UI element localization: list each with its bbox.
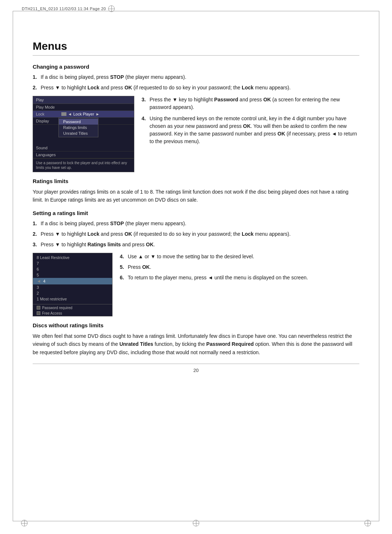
two-col-section: Play Play Mode Lock ◄ Lock Player ► [33,96,359,172]
menu-screenshot: Play Play Mode Lock ◄ Lock Player ► [33,96,134,172]
unrated-titles-bold: Unrated Titles [119,341,153,347]
list-item: 3. Press the ▼ key to highlight Password… [142,96,359,111]
steps-list-ratings: 4. Use ▲ or ▼ to move the setting bar to… [120,253,359,282]
menu-row-lock: Lock ◄ Lock Player ► [33,111,134,118]
step-number: 2. [33,230,41,238]
ratings-limits-bold: Ratings limits [87,242,121,247]
page-number: 20 [193,368,199,373]
list-item: 1. If a disc is being played, press STOP… [33,220,359,227]
ratings-option-free: Free Access [33,311,112,316]
step-content: Press ▼ to highlight Lock and press OK (… [41,230,359,238]
step-number: 1. [33,220,41,227]
password-bold: Password [214,97,238,102]
reg-mark-bottom-right [362,520,373,527]
page-title: Menus [33,22,359,52]
step-number: 5. [120,263,128,271]
list-item: 1. If a disc is being played, press STOP… [33,73,359,81]
menu-label: Play Mode [36,105,61,109]
ok-bold: OK [142,264,150,270]
menu-row-languages: Languages [33,151,134,158]
submenu: Password Ratings limits Unrated Titles [58,118,98,137]
ratings-item-8: 8 Least Restrictive [33,255,112,260]
lock-bold: Lock [87,231,99,237]
step-number: 4. [142,115,150,145]
two-col-ratings-section: 8 Least Restrictive 7 6 5 ◄4 3 2 1 Most … [33,253,359,316]
ratings-item-3: 3 [33,284,112,290]
ratings-list: 8 Least Restrictive 7 6 5 ◄4 3 2 1 Most … [33,253,112,303]
ok-bold2: OK [278,131,285,137]
changing-password-list: 1. If a disc is being played, press STOP… [33,73,359,92]
menu-row-sound: Sound [33,145,134,151]
ratings-option-password: Password required [33,305,112,311]
ratings-divider [33,304,112,304]
ratings-item-6: 6 [33,266,112,272]
list-item: 2. Press ▼ to highlight Lock and press O… [33,84,359,92]
header-bar: DTH211_EN_0210 11/02/03 11:34 Page 20 [0,0,392,15]
submenu-item-unrated: Unrated Titles [59,130,98,136]
step-content: Press OK. [128,263,359,271]
list-item: 3. Press ▼ to highlight Ratings limits a… [33,241,359,248]
section-heading-ratings-limits: Ratings limits [33,178,359,184]
ok-bold: OK [146,242,154,247]
menu-label: Sound [36,146,61,150]
checkbox-free [37,311,40,315]
ratings-item-4: ◄4 [33,278,112,284]
page-footer: 20 [33,364,359,380]
lock-bold: Lock [87,85,99,90]
list-item: 4. Use ▲ or ▼ to move the setting bar to… [120,253,359,260]
ok-bold: OK [124,85,132,90]
folder-icon [61,112,66,116]
arrow-left: ◄ [68,112,72,116]
menu-label: Languages [36,153,61,157]
list-item: 4. Using the numbered keys on the remote… [142,115,359,145]
checkbox-password [37,306,40,310]
menu-row-display: Display Password Ratings limits Unrated … [33,118,134,125]
ratings-screenshot: 8 Least Restrictive 7 6 5 ◄4 3 2 1 Most … [33,253,113,316]
lock-value: Lock Player [73,112,94,116]
header-text: DTH211_EN_0210 11/02/03 11:34 Page 20 [22,7,106,11]
ratings-screenshot-col: 8 Least Restrictive 7 6 5 ◄4 3 2 1 Most … [33,253,113,316]
section-heading-discs-without: Discs without ratings limits [33,322,359,328]
steps-col-ratings: 4. Use ▲ or ▼ to move the setting bar to… [120,253,359,286]
setting-ratings-list: 1. If a disc is being played, press STOP… [33,220,359,248]
menu-footer-text: Use a password to lock the player and pu… [33,158,134,172]
step-content: Using the numbered keys on the remote co… [150,115,359,145]
step-number: 6. [120,274,128,282]
ok-bold: OK [243,123,251,129]
content-area: Menus Changing a password 1. If a disc i… [0,15,392,402]
menu-row-playmode: Play Mode [33,104,134,111]
section-heading-changing-password: Changing a password [33,64,359,70]
list-item: 2. Press ▼ to highlight Lock and press O… [33,230,359,238]
menu-value: ◄ Lock Player ► [61,112,131,116]
discs-without-para: We often feel that some DVD discs ought … [33,332,359,356]
ratings-item-5: 5 [33,272,112,278]
ok-bold: OK [263,97,271,102]
ratings-item-2: 2 [33,290,112,296]
stop-bold: STOP [110,221,124,226]
list-item: 6. To return to the player menu, press ◄… [120,274,359,282]
arrow-right: ► [95,112,99,116]
step-number: 3. [33,241,41,248]
step-number: 4. [120,253,128,260]
ratings-item-7: 7 [33,260,112,266]
menu-label: Lock [36,112,61,116]
step-number: 1. [33,73,41,81]
stop-bold: STOP [110,74,124,80]
step-content: Use ▲ or ▼ to move the setting bar to th… [128,253,359,260]
step-content: Press ▼ to highlight Lock and press OK (… [41,84,359,92]
ok-bold: OK [124,231,132,237]
title-rule [33,55,359,56]
step-number: 2. [33,84,41,92]
submenu-item-ratings: Ratings limits [59,125,98,130]
step-content: Press ▼ to highlight Ratings limits and … [41,241,359,248]
step-content: To return to the player menu, press ◄ un… [128,274,359,282]
registration-mark-header [108,5,115,12]
step-content: If a disc is being played, press STOP (t… [41,220,359,227]
reg-mark-bottom-center [191,520,201,527]
ratings-item-1: 1 Most restrictive [33,296,112,302]
ratings-limits-para: Your player provides ratings limits on a… [33,188,359,204]
steps-list-right: 3. Press the ▼ key to highlight Password… [142,96,359,145]
step-content: Press the ▼ key to highlight Password an… [150,96,359,111]
list-item: 5. Press OK. [120,263,359,271]
reg-mark-bottom-left [19,520,30,527]
